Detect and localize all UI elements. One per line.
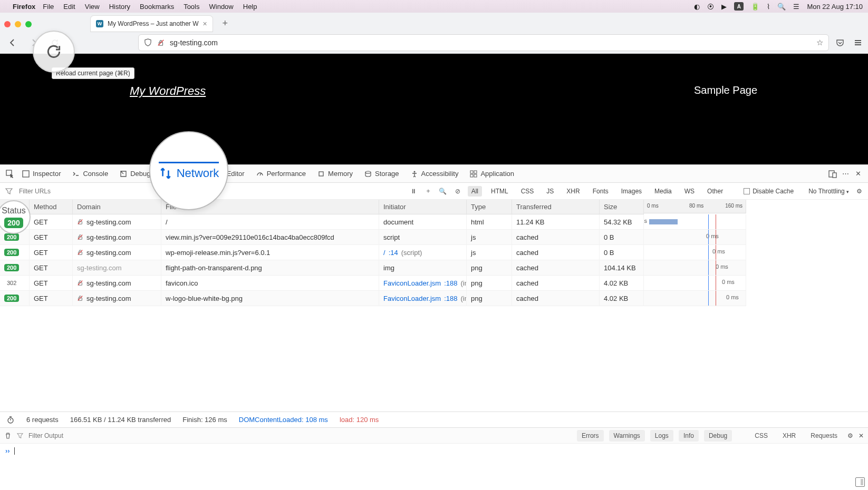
console-close-icon[interactable]: ✕ [859,432,864,439]
window-close-icon[interactable] [4,21,11,27]
filter-images[interactable]: Images [618,186,645,197]
cell-size: 54.32 KB [600,214,644,230]
cell-waterfall: 0 ms [644,245,746,260]
window-zoom-icon[interactable] [25,21,32,27]
status-play-icon[interactable]: ▶ [721,3,727,11]
console-input-row[interactable]: ›› [0,443,868,458]
settings-gear-icon[interactable]: ⚙ [854,187,864,196]
devtools-tab-performance[interactable]: Performance [251,165,311,182]
filter-html[interactable]: HTML [487,186,512,197]
status-control-center-icon[interactable]: ☰ [793,3,799,11]
search-icon[interactable]: 🔍 [438,187,448,196]
status-clock[interactable]: Mon 22 Aug 17:10 [807,3,863,11]
devtools-tab-inspector[interactable]: Inspector [17,165,66,182]
status-wifi-icon[interactable]: ⌇ [767,3,770,11]
col-waterfall[interactable]: 0 ms 80 ms 160 ms [644,200,746,213]
console-filter-input[interactable] [28,432,572,439]
status-battery-icon[interactable]: 🔋 [751,3,759,11]
filter-xhr[interactable]: XHR [563,186,583,197]
funnel-icon[interactable] [17,433,23,439]
devtools-tabbar: Inspector Console Debug Network Style Ed… [0,165,868,183]
devtools-tab-storage[interactable]: Storage [359,165,404,182]
col-domain[interactable]: Domain [73,200,161,214]
shield-icon[interactable] [144,38,152,46]
devtools-tab-application[interactable]: Application [465,165,519,182]
devtools-tab-console[interactable]: Console [67,165,113,182]
active-app[interactable]: Firefox [13,3,35,11]
status-search-icon[interactable]: 🔍 [777,3,786,11]
cell-waterfall: 0 ms [644,276,746,291]
menu-file[interactable]: File [43,3,54,11]
devtools-close-icon[interactable]: ✕ [852,168,864,180]
filter-all[interactable]: All [468,186,482,197]
responsive-design-icon[interactable] [827,168,838,180]
hamburger-menu-icon[interactable] [853,38,863,47]
cell-file: favicon.ico [161,276,379,291]
tab-close-icon[interactable]: × [203,19,207,28]
lock-insecure-icon[interactable] [157,39,165,46]
devtools-tab-memory[interactable]: Memory [312,165,358,182]
pick-element-icon[interactable] [4,168,16,180]
console-btn-requests[interactable]: Requests [806,430,842,442]
console-btn-css[interactable]: CSS [750,430,773,442]
col-method[interactable]: Method [30,200,73,214]
menu-history[interactable]: History [109,3,130,11]
new-tab-button[interactable]: + [218,16,233,31]
menu-edit[interactable]: Edit [63,3,75,11]
block-icon[interactable]: ⊘ [453,187,462,196]
split-console-toggle-icon[interactable] [855,477,865,487]
filter-media[interactable]: Media [651,186,676,197]
cell-initiator: img [379,260,467,276]
console-btn-xhr[interactable]: XHR [778,430,801,442]
console-btn-errors[interactable]: Errors [577,430,604,442]
trash-icon[interactable] [4,432,12,439]
cell-size: 0 B [600,245,644,260]
filter-ws[interactable]: WS [681,186,698,197]
console-btn-warnings[interactable]: Warnings [609,430,645,442]
pocket-icon[interactable] [835,38,845,47]
status-user-icon[interactable]: ⦿ [707,3,714,11]
bookmark-star-icon[interactable]: ☆ [816,38,823,47]
add-request-icon[interactable]: ＋ [423,187,433,196]
cell-method: GET [30,245,73,260]
console-btn-info[interactable]: Info [679,430,699,442]
filter-other[interactable]: Other [703,186,727,197]
console-btn-debug[interactable]: Debug [704,430,732,442]
pause-icon[interactable]: ⏸ [409,187,418,196]
menu-tools[interactable]: Tools [184,3,199,11]
menu-bookmarks[interactable]: Bookmarks [140,3,174,11]
status-moon-icon[interactable]: ◐ [694,3,700,11]
nav-sample-page[interactable]: Sample Page [694,84,757,96]
disable-cache-checkbox[interactable]: Disable Cache [744,188,794,195]
console-settings-gear-icon[interactable]: ⚙ [847,432,853,439]
back-button[interactable] [5,35,20,50]
devtools-tab-accessibility[interactable]: Accessibility [406,165,464,182]
filter-css[interactable]: CSS [517,186,538,197]
console-btn-logs[interactable]: Logs [650,430,673,442]
svg-rect-10 [474,174,477,177]
site-title-link[interactable]: My WordPress [130,84,206,98]
menu-view[interactable]: View [85,3,100,11]
col-size[interactable]: Size [600,200,644,214]
initiator-link[interactable]: FaviconLoader.jsm [383,295,441,302]
initiator-link[interactable]: / [383,249,385,257]
throttling-select[interactable]: No Throttling ▾ [808,188,849,195]
browser-tab[interactable]: W My WordPress – Just another W × [91,16,213,32]
devtools-meatball-icon[interactable]: ⋯ [840,168,851,180]
window-minimize-icon[interactable] [15,21,21,27]
menu-window[interactable]: Window [209,3,234,11]
cell-domain: sg-testing.com [73,230,161,245]
favicon-wordpress-icon: W [96,20,103,27]
col-type[interactable]: Type [467,200,512,214]
menu-help[interactable]: Help [243,3,257,11]
magnifier-status-code: 200 [4,218,23,228]
col-initiator[interactable]: Initiator [379,200,467,214]
address-bar[interactable]: sg-testing.com ☆ [138,34,829,51]
filter-funnel-icon[interactable] [4,187,14,196]
col-transferred[interactable]: Transferred [512,200,600,214]
filter-js[interactable]: JS [543,186,557,197]
status-transferred: 166.51 KB / 11.24 KB transferred [70,416,171,424]
filter-fonts[interactable]: Fonts [589,186,612,197]
status-a-icon[interactable]: A [734,2,744,11]
initiator-link[interactable]: FaviconLoader.jsm [383,279,441,287]
